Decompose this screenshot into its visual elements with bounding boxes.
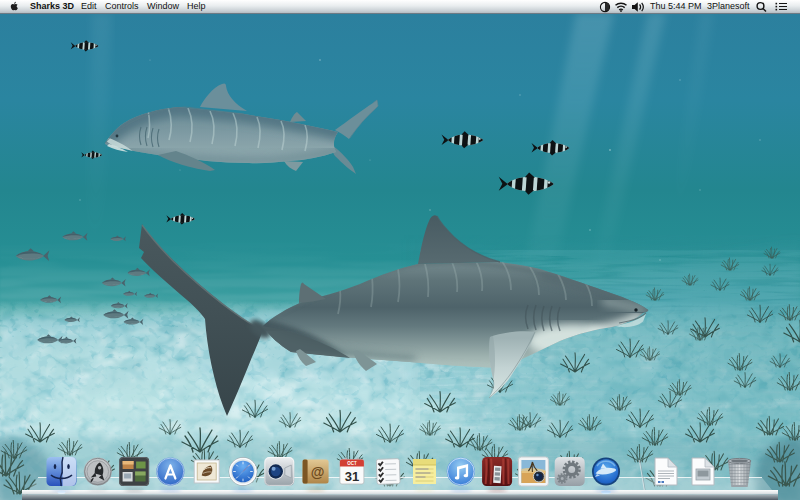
- svg-text:@: @: [311, 464, 325, 480]
- svg-text:31: 31: [345, 469, 359, 484]
- svg-text:OCT: OCT: [347, 461, 357, 466]
